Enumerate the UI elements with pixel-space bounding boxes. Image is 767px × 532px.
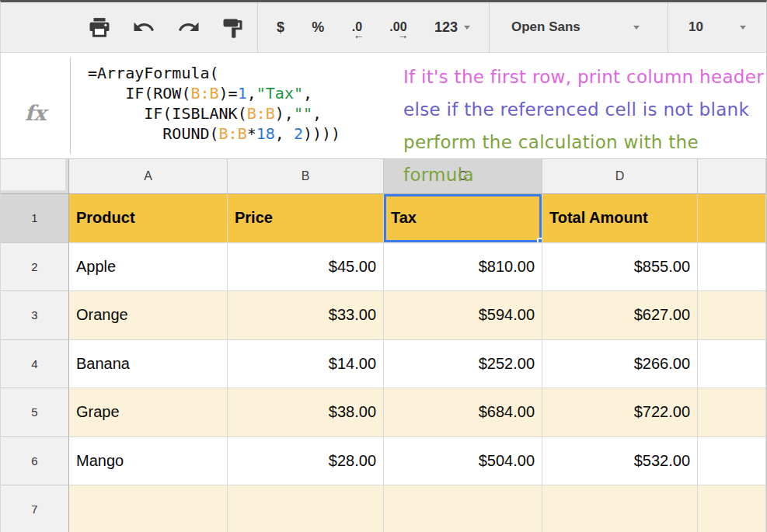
paint-format-button[interactable] bbox=[221, 15, 245, 40]
row-header-1[interactable]: 1 bbox=[1, 194, 69, 243]
cell-D5[interactable]: $722.00 bbox=[542, 388, 698, 437]
redo-icon bbox=[176, 16, 201, 39]
cell-E3[interactable] bbox=[698, 291, 766, 340]
cell-E4[interactable] bbox=[698, 340, 766, 389]
chevron-down-icon bbox=[464, 26, 470, 30]
cell-B1[interactable]: Price bbox=[228, 194, 384, 243]
row-header-6[interactable]: 6 bbox=[1, 437, 69, 486]
cell-D2[interactable]: $855.00 bbox=[542, 243, 698, 292]
font-size-select[interactable]: 10 bbox=[689, 19, 746, 35]
cell-A4[interactable]: Banana bbox=[69, 340, 228, 389]
column-header-a[interactable]: A bbox=[69, 159, 228, 194]
cell-C7[interactable] bbox=[384, 485, 542, 532]
cell-D3[interactable]: $627.00 bbox=[542, 291, 698, 340]
toolbar-icon-group bbox=[1, 2, 257, 52]
cell-C2[interactable]: $810.00 bbox=[384, 243, 542, 292]
font-group: Open Sans bbox=[490, 2, 668, 52]
increase-decimal-button[interactable]: .00 → bbox=[389, 20, 406, 34]
cell-A7[interactable] bbox=[69, 485, 228, 532]
row-header-3[interactable]: 3 bbox=[1, 291, 69, 340]
formula-input[interactable]: =ArrayFormula( IF(ROW(B:B)=1,"Tax", IF(I… bbox=[71, 53, 340, 158]
format-currency-button[interactable]: $ bbox=[277, 19, 284, 36]
cell-E7[interactable] bbox=[698, 485, 766, 532]
row-header-5[interactable]: 5 bbox=[1, 388, 69, 437]
cell-E6[interactable] bbox=[698, 437, 766, 486]
cell-A6[interactable]: Mango bbox=[69, 437, 228, 486]
font-size-value: 10 bbox=[689, 19, 703, 35]
spreadsheet-app: $ % .0 ← .00 → 123 Open Sans bbox=[0, 0, 767, 532]
row-header-2[interactable]: 2 bbox=[1, 243, 69, 292]
cell-A5[interactable]: Grape bbox=[69, 388, 228, 437]
cell-C3[interactable]: $594.00 bbox=[384, 291, 542, 340]
cell-D7[interactable] bbox=[542, 485, 698, 532]
undo-button[interactable] bbox=[131, 16, 156, 39]
print-icon bbox=[88, 16, 111, 39]
format-percent-button[interactable]: % bbox=[312, 19, 324, 36]
row-header-4[interactable]: 4 bbox=[1, 340, 69, 389]
cell-D4[interactable]: $266.00 bbox=[542, 340, 698, 389]
chevron-down-icon bbox=[633, 26, 640, 30]
cell-C4[interactable]: $252.00 bbox=[384, 340, 542, 389]
fill-handle[interactable] bbox=[537, 238, 542, 243]
undo-icon bbox=[131, 16, 156, 39]
cell-B7[interactable] bbox=[228, 485, 384, 532]
cell-B6[interactable]: $28.00 bbox=[228, 437, 384, 486]
cell-C6[interactable]: $504.00 bbox=[384, 437, 542, 486]
cell-E1[interactable] bbox=[698, 194, 766, 243]
left-arrow-icon: ← bbox=[354, 29, 364, 41]
annotation-line: If it's the first row, print column head… bbox=[403, 61, 766, 93]
cell-D6[interactable]: $532.00 bbox=[542, 437, 698, 486]
more-formats-label: 123 bbox=[434, 19, 458, 36]
cell-B5[interactable]: $38.00 bbox=[228, 388, 384, 437]
font-size-group: 10 bbox=[668, 2, 766, 52]
cell-A1[interactable]: Product bbox=[69, 194, 228, 243]
column-header-b[interactable]: B bbox=[228, 159, 384, 194]
paint-format-icon bbox=[221, 15, 245, 40]
sheet-grid: ABCD1ProductPriceTaxTotal Amount2Apple$4… bbox=[1, 159, 766, 532]
cell-A2[interactable]: Apple bbox=[69, 243, 228, 292]
cell-E2[interactable] bbox=[698, 243, 766, 292]
cell-C1[interactable]: Tax bbox=[384, 194, 542, 243]
print-button[interactable] bbox=[88, 16, 111, 39]
decrease-decimal-button[interactable]: .0 ← bbox=[352, 20, 362, 34]
fx-label: fx bbox=[1, 53, 70, 158]
cell-B2[interactable]: $45.00 bbox=[228, 243, 384, 292]
redo-button[interactable] bbox=[176, 16, 201, 39]
font-family-select[interactable]: Open Sans bbox=[511, 19, 640, 35]
font-family-value: Open Sans bbox=[511, 19, 580, 35]
annotation-line: perform the calculation with the formula bbox=[403, 126, 766, 191]
formula-bar: fx =ArrayFormula( IF(ROW(B:B)=1,"Tax", I… bbox=[1, 53, 766, 159]
chevron-down-icon bbox=[740, 26, 746, 30]
cell-A3[interactable]: Orange bbox=[69, 291, 228, 340]
annotation: If it's the first row, print column head… bbox=[403, 61, 766, 191]
cell-B4[interactable]: $14.00 bbox=[228, 340, 384, 389]
more-formats-button[interactable]: 123 bbox=[434, 19, 470, 36]
right-arrow-icon: → bbox=[398, 29, 409, 41]
cell-C5[interactable]: $684.00 bbox=[384, 388, 542, 437]
toolbar: $ % .0 ← .00 → 123 Open Sans bbox=[1, 2, 766, 53]
row-header-7[interactable]: 7 bbox=[1, 485, 69, 532]
cell-D1[interactable]: Total Amount bbox=[542, 194, 698, 243]
cell-B3[interactable]: $33.00 bbox=[228, 291, 384, 340]
number-format-group: $ % .0 ← .00 → 123 bbox=[258, 2, 489, 52]
annotation-line: else if the referenced cell is not blank bbox=[403, 93, 766, 126]
cell-E5[interactable] bbox=[698, 388, 766, 437]
select-all-corner[interactable] bbox=[1, 159, 69, 194]
